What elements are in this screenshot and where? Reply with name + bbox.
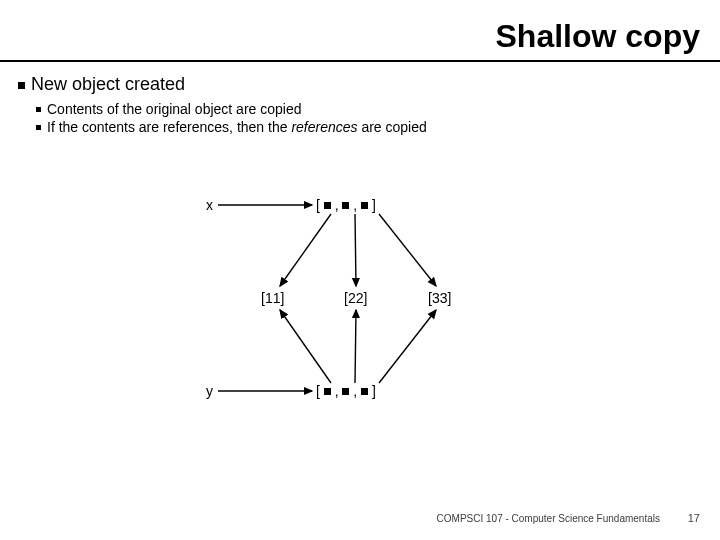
svg-line-7	[379, 310, 436, 383]
ref-slot-icon	[342, 388, 349, 395]
bullet-level2-b-post: are copied	[358, 119, 427, 135]
body-text: New object created Contents of the origi…	[18, 74, 702, 137]
comma: ,	[335, 197, 339, 213]
ref-slot-icon	[361, 202, 368, 209]
inner-list-2: [22]	[344, 290, 367, 306]
ref-slot-icon	[324, 202, 331, 209]
ref-slot-icon	[361, 388, 368, 395]
bullet-level2-b-emph: references	[291, 119, 357, 135]
ref-slot-icon	[324, 388, 331, 395]
inner-list-3: [33]	[428, 290, 451, 306]
bullet-level2-b-pre: If the contents are references, then the	[47, 119, 291, 135]
inner-list-1: [11]	[261, 290, 284, 306]
bracket-open: [	[316, 383, 320, 399]
list-x: [ , , ]	[316, 197, 376, 213]
square-bullet-icon	[36, 125, 41, 130]
footer-course: COMPSCI 107 - Computer Science Fundament…	[437, 513, 660, 524]
bracket-close: ]	[372, 383, 376, 399]
bullet-level2-b: If the contents are references, then the…	[36, 119, 702, 135]
var-x-label: x	[206, 197, 213, 213]
bracket-open: [	[316, 197, 320, 213]
svg-line-5	[280, 310, 331, 383]
bullet-level1-text: New object created	[31, 74, 185, 94]
footer-page-number: 17	[688, 512, 700, 524]
list-y: [ , , ]	[316, 383, 376, 399]
bullet-level2-a-text: Contents of the original object are copi…	[47, 101, 302, 117]
bracket-close: ]	[372, 197, 376, 213]
bullet-level2-a: Contents of the original object are copi…	[36, 101, 702, 117]
bullet-level1: New object created	[18, 74, 702, 95]
comma: ,	[335, 383, 339, 399]
comma: ,	[353, 383, 357, 399]
square-bullet-icon	[18, 82, 25, 89]
page-title: Shallow copy	[496, 18, 700, 55]
svg-line-6	[355, 310, 356, 383]
square-bullet-icon	[36, 107, 41, 112]
comma: ,	[353, 197, 357, 213]
svg-line-2	[355, 214, 356, 286]
var-y-label: y	[206, 383, 213, 399]
title-rule	[0, 60, 720, 62]
svg-line-1	[280, 214, 331, 286]
ref-slot-icon	[342, 202, 349, 209]
svg-line-3	[379, 214, 436, 286]
